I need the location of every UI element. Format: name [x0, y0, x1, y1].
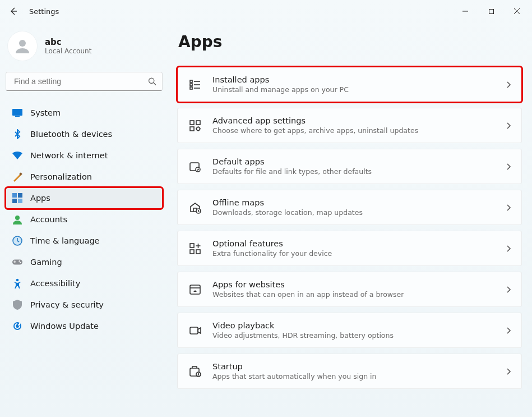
svg-rect-11 [18, 193, 22, 198]
svg-rect-34 [190, 244, 194, 248]
sidebar-item-label: Accounts [30, 215, 67, 224]
advanced-app-settings-icon [188, 118, 202, 133]
back-button[interactable] [2, 0, 25, 22]
card-installed-apps[interactable]: Installed appsUninstall and manage apps … [177, 67, 522, 102]
sidebar-item-network-internet[interactable]: Network & internet [6, 145, 163, 166]
svg-rect-10 [12, 193, 17, 198]
maximize-icon [488, 8, 494, 15]
sidebar-item-personalization[interactable]: Personalization [6, 166, 163, 187]
sidebar-item-gaming[interactable]: Gaming [6, 251, 163, 273]
sidebar-item-label: Privacy & security [30, 300, 104, 309]
sidebar-item-label: Windows Update [30, 322, 99, 331]
optional-features-icon [188, 241, 202, 256]
sidebar-item-label: System [30, 108, 61, 117]
sidebar-item-bluetooth-devices[interactable]: Bluetooth & devices [6, 123, 163, 145]
sidebar-item-label: Network & internet [30, 151, 108, 160]
card-subtitle: Uninstall and manage apps on your PC [212, 85, 496, 94]
page-title: Apps [178, 33, 522, 51]
personalization-icon [12, 172, 22, 182]
svg-rect-13 [18, 199, 22, 203]
card-title: Offline maps [212, 198, 496, 207]
sidebar-item-label: Bluetooth & devices [30, 130, 112, 139]
window-title: Settings [29, 7, 59, 16]
svg-rect-28 [196, 121, 200, 125]
svg-rect-12 [12, 199, 17, 203]
sidebar-item-system[interactable]: System [6, 102, 163, 123]
svg-point-17 [18, 260, 20, 262]
chevron-right-icon [506, 327, 511, 334]
chevron-right-icon [506, 286, 511, 294]
startup-icon [188, 364, 202, 379]
sidebar-item-label: Time & language [30, 236, 100, 245]
sidebar-item-label: Accessibility [30, 279, 80, 288]
sidebar-item-apps[interactable]: Apps [6, 187, 163, 209]
svg-rect-7 [12, 109, 22, 116]
installed-apps-icon [188, 77, 202, 92]
svg-point-30 [197, 127, 200, 130]
user-sub: Local Account [45, 47, 91, 55]
bluetooth-devices-icon [12, 129, 22, 139]
sidebar-nav: SystemBluetooth & devicesNetwork & inter… [6, 102, 163, 337]
accounts-icon [12, 214, 22, 224]
user-name: abc [45, 37, 91, 47]
svg-rect-36 [196, 250, 200, 254]
svg-rect-23 [190, 87, 192, 89]
card-title: Startup [212, 362, 496, 371]
back-arrow-icon [9, 7, 18, 16]
sidebar-item-label: Personalization [30, 172, 92, 181]
svg-point-4 [19, 40, 26, 47]
search-box[interactable] [6, 72, 163, 91]
card-title: Advanced app settings [212, 116, 496, 125]
card-title: Optional features [212, 239, 496, 248]
sidebar-item-accounts[interactable]: Accounts [6, 209, 163, 230]
system-icon [12, 108, 22, 118]
card-title: Apps for websites [212, 280, 496, 289]
card-video-playback[interactable]: Video playbackVideo adjustments, HDR str… [177, 313, 522, 348]
close-button[interactable] [504, 0, 530, 22]
card-offline-maps[interactable]: Offline mapsDownloads, storage location,… [177, 190, 522, 225]
offline-maps-icon [188, 200, 202, 215]
sidebar-item-windows-update[interactable]: Windows Update [6, 315, 163, 337]
chevron-right-icon [506, 81, 511, 89]
svg-rect-22 [190, 84, 192, 86]
search-input[interactable] [13, 76, 143, 86]
card-startup[interactable]: StartupApps that start automatically whe… [177, 354, 522, 389]
chevron-right-icon [506, 163, 511, 171]
user-header[interactable]: abc Local Account [6, 22, 163, 72]
sidebar-item-label: Gaming [30, 258, 62, 267]
svg-line-6 [154, 83, 156, 85]
card-title: Installed apps [212, 75, 496, 84]
window-controls [452, 0, 530, 22]
card-subtitle: Defaults for file and link types, other … [212, 167, 496, 176]
sidebar-item-privacy-security[interactable]: Privacy & security [6, 294, 163, 315]
card-optional-features[interactable]: Optional featuresExtra functionality for… [177, 231, 522, 266]
sidebar: abc Local Account SystemBluetooth & devi… [0, 22, 168, 417]
card-apps-for-websites[interactable]: Apps for websitesWebsites that can open … [177, 272, 522, 307]
svg-rect-21 [190, 80, 192, 83]
card-advanced-app-settings[interactable]: Advanced app settingsChoose where to get… [177, 108, 522, 143]
card-default-apps[interactable]: Default appsDefaults for file and link t… [177, 149, 522, 184]
minimize-button[interactable] [452, 0, 478, 22]
svg-point-19 [16, 279, 19, 282]
card-subtitle: Downloads, storage location, map updates [212, 208, 496, 217]
time-language-icon [12, 236, 22, 246]
card-subtitle: Choose where to get apps, archive apps, … [212, 126, 496, 135]
settings-list: Installed appsUninstall and manage apps … [177, 67, 522, 389]
avatar [8, 31, 37, 61]
card-subtitle: Video adjustments, HDR streaming, batter… [212, 331, 496, 340]
chevron-right-icon [506, 122, 511, 130]
apps-icon [12, 193, 22, 203]
svg-rect-35 [190, 250, 194, 254]
svg-point-5 [149, 78, 154, 83]
sidebar-item-time-language[interactable]: Time & language [6, 230, 163, 251]
card-subtitle: Apps that start automatically when you s… [212, 372, 496, 381]
sidebar-item-accessibility[interactable]: Accessibility [6, 273, 163, 294]
minimize-icon [462, 8, 469, 15]
maximize-button[interactable] [478, 0, 504, 22]
svg-point-18 [20, 262, 21, 263]
default-apps-icon [188, 159, 202, 174]
svg-rect-1 [489, 9, 493, 13]
title-bar: Settings [0, 0, 532, 22]
video-playback-icon [188, 323, 202, 338]
svg-rect-8 [15, 116, 20, 117]
